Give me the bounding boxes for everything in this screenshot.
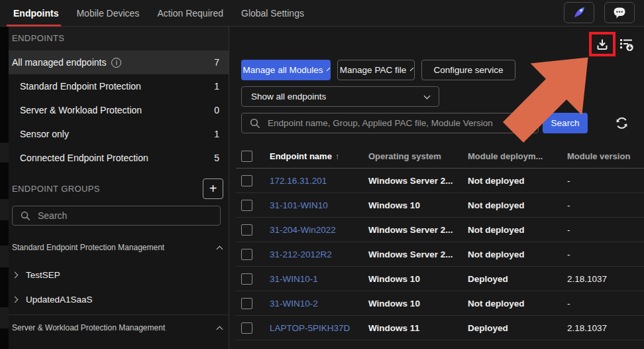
row-checkbox[interactable]	[241, 298, 252, 309]
group-item-testsep[interactable]: TestSEP	[9, 263, 229, 287]
group-search-box[interactable]	[12, 206, 221, 226]
group-search-input[interactable]	[36, 210, 202, 222]
module-deployment-cell: Not deployed	[468, 200, 525, 210]
table-body: 172.16.31.201Windows Server 2...Not depl…	[236, 169, 644, 340]
chat-button[interactable]	[604, 2, 635, 23]
download-button[interactable]	[596, 38, 609, 51]
operating-system-cell: Windows Server 2...	[368, 176, 453, 186]
endpoint-name-link[interactable]: 31-WIN10-2	[270, 299, 318, 309]
manage-all-modules-button[interactable]: Manage all Modules	[241, 60, 331, 80]
sidebar-item-label: Standard Endpoint Protection	[20, 81, 141, 92]
tab-mobile-devices[interactable]: Mobile Devices	[76, 8, 139, 19]
column-endpoint-name[interactable]: Endpoint name↑	[270, 151, 368, 161]
add-group-button[interactable]: +	[203, 178, 223, 199]
sidebar-item-sensor-only[interactable]: Sensor only1	[9, 122, 229, 146]
group-item-updateda1saas[interactable]: UpdatedA1SaaS	[9, 287, 229, 312]
endpoint-filter-value: Show all endpoints	[251, 92, 326, 102]
module-deployment-cell: Deployed	[468, 274, 508, 284]
manage-pac-file-label: Manage PAC file	[340, 65, 406, 75]
row-checkbox[interactable]	[241, 200, 252, 211]
endpoint-name-link[interactable]: 31-204-Win2022	[270, 225, 336, 235]
sidebar-item-count: 0	[214, 105, 219, 115]
module-deployment-cell: Not deployed	[468, 299, 525, 309]
endpoint-table: Endpoint name↑ Operating system Module d…	[236, 145, 644, 340]
table-row: 172.16.31.201Windows Server 2...Not depl…	[236, 169, 644, 193]
tab-endpoints[interactable]: Endpoints	[13, 8, 58, 19]
refresh-icon	[615, 116, 629, 130]
module-version-cell: -	[567, 225, 570, 235]
module-version-cell: 2.18.1037	[567, 323, 607, 333]
strip-segment	[0, 245, 9, 267]
endpoint-groups-title: ENDPOINT GROUPS	[12, 184, 100, 194]
operating-system-cell: Windows Server 2...	[368, 225, 453, 235]
module-deployment-cell: Not deployed	[468, 225, 525, 235]
group-section-server-workload[interactable]: Server & Workload Protection Management	[9, 323, 229, 332]
manage-pac-file-button[interactable]: Manage PAC file	[337, 60, 415, 80]
download-icon	[596, 38, 609, 51]
divider	[9, 314, 229, 315]
group-section-standard[interactable]: Standard Endpoint Protection Management	[9, 243, 229, 252]
select-all-checkbox[interactable]	[241, 151, 252, 162]
export-list-icon	[619, 36, 635, 52]
sidebar-item-label: Connected Endpoint Protection	[20, 153, 148, 163]
endpoint-name-link[interactable]: 31-101-WIN10	[270, 200, 328, 210]
collapsed-panel-strip	[0, 27, 9, 349]
table-row: 31-WIN10-1Windows 10Deployed2.18.1037	[236, 267, 644, 291]
chat-bubble-icon	[612, 5, 627, 20]
table-row: 31-204-Win2022Windows Server 2...Not dep…	[236, 218, 644, 242]
endpoint-filter-list: All managed endpointsi7Standard Endpoint…	[9, 50, 229, 170]
row-checkbox[interactable]	[241, 224, 252, 236]
sidebar-item-count: 1	[214, 81, 219, 92]
row-checkbox[interactable]	[241, 273, 252, 285]
chevron-up-icon	[217, 245, 223, 252]
sidebar-item-all-managed-endpoints[interactable]: All managed endpointsi7	[9, 50, 229, 74]
module-deployment-cell: Deployed	[468, 323, 508, 333]
endpoint-name-link[interactable]: 31-212-2012R2	[270, 249, 332, 259]
sidebar-item-connected-endpoint-protection[interactable]: Connected Endpoint Protection5	[9, 146, 229, 170]
column-operating-system[interactable]: Operating system	[368, 151, 468, 161]
operating-system-cell: Windows 10	[368, 274, 420, 284]
configure-service-button[interactable]: Configure service	[421, 60, 515, 80]
table-row: LAPTOP-5PIKH37DWindows 11Deployed2.18.10…	[236, 316, 644, 340]
module-deployment-cell: Not deployed	[468, 176, 525, 186]
column-label: Endpoint name	[270, 151, 332, 161]
export-history-button[interactable]	[619, 36, 635, 52]
endpoint-filter-select[interactable]: Show all endpoints	[241, 86, 439, 107]
module-version-cell: -	[567, 249, 570, 259]
search-row: Search	[241, 113, 629, 133]
endpoint-name-link[interactable]: 31-WIN10-1	[270, 274, 318, 284]
row-checkbox[interactable]	[241, 249, 252, 260]
endpoint-search-input[interactable]	[266, 117, 525, 129]
configure-service-label: Configure service	[433, 65, 503, 75]
module-deployment-cell: Not deployed	[468, 249, 525, 259]
rocket-button[interactable]	[564, 2, 594, 23]
group-section-label: Standard Endpoint Protection Management	[12, 243, 164, 252]
info-icon[interactable]: i	[111, 58, 121, 68]
search-icon	[250, 118, 260, 129]
refresh-button[interactable]	[614, 116, 629, 131]
operating-system-cell: Windows 11	[368, 323, 419, 333]
table-row: 31-212-2012R2Windows Server 2...Not depl…	[236, 242, 644, 267]
sidebar-item-server-workload-protection[interactable]: Server & Workload Protection0	[9, 98, 229, 122]
endpoint-name-link[interactable]: LAPTOP-5PIKH37D	[270, 323, 350, 333]
sidebar-item-standard-endpoint-protection[interactable]: Standard Endpoint Protection1	[9, 74, 229, 98]
main-panel: Manage all Modules Manage PAC file Confi…	[229, 27, 644, 349]
tab-global-settings[interactable]: Global Settings	[241, 8, 304, 19]
column-module-deployment[interactable]: Module deploym...	[468, 151, 567, 161]
group-item-label: TestSEP	[26, 270, 60, 280]
chevron-up-icon	[217, 326, 223, 332]
chevron-right-icon	[12, 272, 19, 279]
strip-segment	[0, 143, 9, 163]
endpoint-groups-header-row: ENDPOINT GROUPS +	[9, 174, 229, 203]
tab-action-required[interactable]: Action Required	[157, 8, 223, 19]
manage-all-modules-label: Manage all Modules	[243, 65, 323, 75]
chevron-down-icon	[424, 92, 431, 99]
search-button[interactable]: Search	[543, 113, 588, 133]
chevron-right-icon	[12, 297, 19, 303]
row-checkbox[interactable]	[241, 322, 252, 334]
column-module-version[interactable]: Module version	[567, 151, 644, 161]
endpoint-name-link[interactable]: 172.16.31.201	[270, 176, 327, 186]
row-checkbox[interactable]	[241, 175, 252, 186]
endpoint-search-box[interactable]	[241, 113, 539, 133]
group-item-label: UpdatedA1SaaS	[26, 295, 93, 305]
